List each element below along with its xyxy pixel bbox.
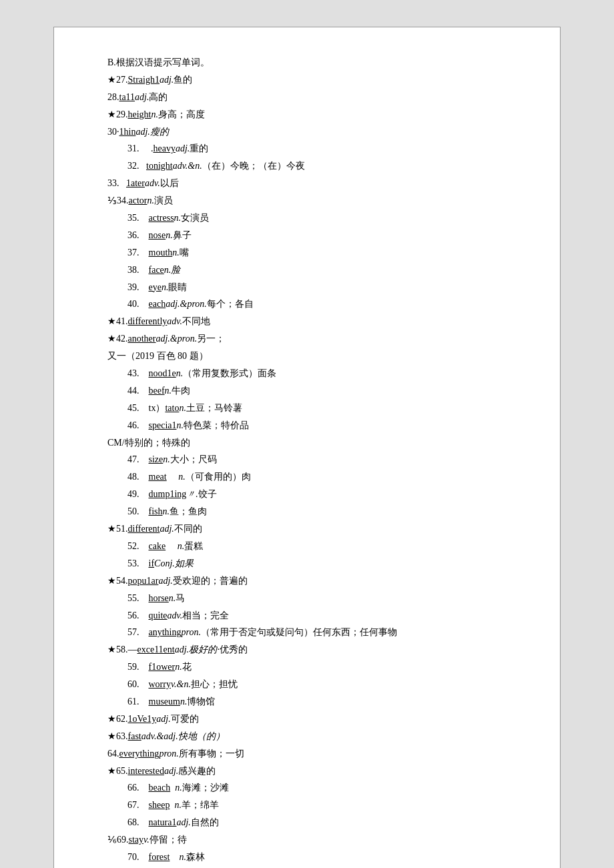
entry-29: ★29.heightn.身高；高度 bbox=[107, 106, 527, 123]
entry-43: 43. nood1en.（常用复数形式）面条 bbox=[107, 365, 527, 382]
entry-55: 55. horsen.马 bbox=[107, 590, 527, 607]
entry-34: ⅓34.actorn.演员 bbox=[107, 192, 527, 209]
entry-37: 37. mouthn.嘴 bbox=[107, 244, 527, 262]
entry-42b: 又一（2019 百色 80 题） bbox=[107, 348, 527, 365]
entry-54: ★54.popu1aradj.受欢迎的；普遍的 bbox=[107, 572, 527, 590]
entry-42: ★42.anotheradj.&pron.另一； bbox=[107, 330, 527, 348]
entry-36: 36. nosen.鼻子 bbox=[107, 227, 527, 244]
entry-50: 50. fishn.鱼；鱼肉 bbox=[107, 503, 527, 520]
entry-64: 64.everythingpron.所有事物；一切 bbox=[107, 745, 527, 763]
entry-52: 52. cake n.蛋糕 bbox=[107, 538, 527, 555]
entry-48: 48. meat n.（可食用的）肉 bbox=[107, 468, 527, 486]
section-header: B.根据汉语提示写单词。 bbox=[107, 54, 527, 71]
entry-53: 53. ifConj.如果 bbox=[107, 555, 527, 572]
entry-65: ★65.interestedadj.感兴趣的 bbox=[107, 763, 527, 780]
entry-40: 40. eachadj.&pron.每个；各自 bbox=[107, 296, 527, 313]
content-area: B.根据汉语提示写单词。 ★27.Straigh1adj.鱼的 28.ta11a… bbox=[107, 54, 527, 868]
entry-45: 45. tx）taton.土豆；马铃薯 bbox=[107, 400, 527, 417]
entry-46b: CM/特别的；特殊的 bbox=[107, 434, 527, 452]
entry-47: 47. sizen.大小；尺码 bbox=[107, 451, 527, 468]
entry-51: ★51.differentadj.不同的 bbox=[107, 520, 527, 538]
entry-46: 46. specia1n.特色菜；特价品 bbox=[107, 417, 527, 434]
entry-56: 56. quiteadv.相当；完全 bbox=[107, 607, 527, 624]
entry-41: ★41.differentlyadv.不同地 bbox=[107, 313, 527, 330]
entry-62: ★62.1oVe1yadj.可爱的 bbox=[107, 711, 527, 728]
entry-59: 59. f1owern.花 bbox=[107, 659, 527, 676]
entry-38: 38. facen.脸 bbox=[107, 262, 527, 279]
entry-58: ★58.—exce11entadj.极好的·优秀的 bbox=[107, 641, 527, 659]
entry-67: 67. sheep n.羊；绵羊 bbox=[107, 797, 527, 814]
entry-70: 70. forest n.森林 bbox=[107, 849, 527, 866]
entry-57: 57. anythingpron.（常用于否定句或疑问句）任何东西；任何事物 bbox=[107, 624, 527, 641]
entry-49: 49. dump1ing〃.饺子 bbox=[107, 486, 527, 503]
entry-31: 31. .heavyadj.重的 bbox=[107, 140, 527, 157]
entry-28: 28.ta11adj.高的 bbox=[107, 89, 527, 106]
entry-35: 35. actressn.女演员 bbox=[107, 209, 527, 227]
entry-68: 68. natura1adj.自然的 bbox=[107, 814, 527, 831]
entry-39: 39. eyen.眼睛 bbox=[107, 279, 527, 296]
entry-63: ★63.fastadv.&adj.快地（的） bbox=[107, 728, 527, 745]
page-container: B.根据汉语提示写单词。 ★27.Straigh1adj.鱼的 28.ta11a… bbox=[53, 27, 561, 868]
entry-32: 32. tonightadv.&n.（在）今晚；（在）今夜 bbox=[107, 157, 527, 175]
entry-60: 60. worryv.&n.担心；担忧 bbox=[107, 676, 527, 693]
entry-61: 61. museumn.博物馆 bbox=[107, 693, 527, 711]
entry-30: 30·1hinadj.瘦的 bbox=[107, 123, 527, 141]
entry-66: 66. beach n.海滩；沙滩 bbox=[107, 779, 527, 797]
entry-27: ★27.Straigh1adj.鱼的 bbox=[107, 71, 527, 89]
entry-44: 44. beefn.牛肉 bbox=[107, 382, 527, 400]
entry-69: ⅙69.stayv.停留；待 bbox=[107, 831, 527, 849]
entry-33: 33. 1ateradv.以后 bbox=[107, 175, 527, 192]
